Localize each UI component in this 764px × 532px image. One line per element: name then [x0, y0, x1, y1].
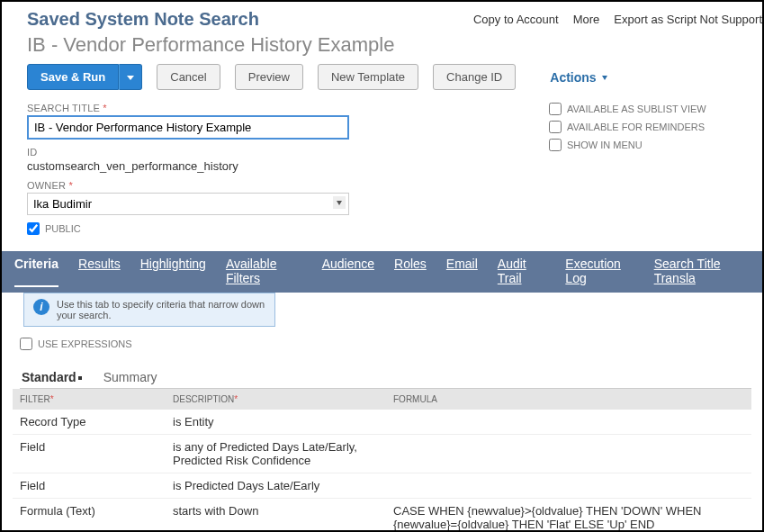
table-row[interactable]: Field is any of Predicted Days Late/Earl… — [13, 435, 751, 473]
search-title-label: SEARCH TITLE * — [27, 103, 549, 113]
page-heading: Saved System Note Search — [27, 9, 259, 30]
id-value: customsearch_ven_performance_history — [27, 159, 549, 173]
tab-criteria[interactable]: Criteria — [14, 257, 58, 287]
tab-execution-log[interactable]: Execution Log — [565, 257, 634, 287]
available-reminders-checkbox[interactable] — [549, 121, 562, 133]
info-text: Use this tab to specify criteria that na… — [57, 299, 265, 320]
show-in-menu-checkbox[interactable] — [549, 139, 562, 151]
main-tabs: Criteria Results Highlighting Available … — [2, 251, 762, 293]
caret-down-icon — [127, 76, 134, 80]
export-script-link[interactable]: Export as Script Not Support — [614, 13, 762, 26]
tab-results[interactable]: Results — [78, 257, 121, 287]
cell-description: is Entity — [166, 410, 386, 435]
table-row[interactable]: Formula (Text) starts with Down CASE WHE… — [13, 499, 751, 533]
criteria-table: FILTER* DESCRIPTION* FORMULA Record Type… — [13, 389, 751, 532]
show-in-menu-label: SHOW IN MENU — [567, 140, 643, 150]
table-row[interactable]: Record Type is Entity — [13, 410, 751, 435]
caret-down-icon — [602, 76, 607, 80]
change-id-button[interactable]: Change ID — [433, 64, 516, 90]
search-title-input[interactable] — [27, 115, 349, 140]
public-checkbox[interactable] — [27, 222, 40, 235]
cell-formula — [386, 410, 751, 435]
use-expressions-checkbox[interactable] — [20, 338, 32, 350]
header-links: Copy to Account More Export as Script No… — [473, 13, 762, 26]
cell-formula — [386, 435, 751, 473]
criteria-sub-tabs: Standard Summary — [20, 366, 751, 389]
owner-select[interactable] — [27, 193, 349, 215]
dropdown-caret-icon[interactable] — [333, 196, 346, 209]
save-and-run-menu-button[interactable] — [119, 64, 142, 90]
tab-audience[interactable]: Audience — [322, 257, 374, 287]
actions-menu-link[interactable]: Actions — [550, 70, 607, 85]
col-header-formula: FORMULA — [386, 389, 751, 410]
tab-highlighting[interactable]: Highlighting — [140, 257, 206, 287]
public-label: PUBLIC — [45, 223, 81, 234]
tab-email[interactable]: Email — [446, 257, 478, 287]
available-reminders-label: AVAILABLE FOR REMINDERS — [567, 122, 705, 132]
table-row[interactable]: Field is Predicted Days Late/Early — [13, 473, 751, 499]
cell-filter: Field — [13, 435, 166, 473]
new-template-button[interactable]: New Template — [318, 64, 418, 90]
info-banner: i Use this tab to specify criteria that … — [23, 293, 275, 327]
sub-tab-summary[interactable]: Summary — [102, 366, 159, 388]
cell-description: is Predicted Days Late/Early — [166, 473, 386, 499]
cell-description: starts with Down — [166, 499, 386, 533]
cancel-button[interactable]: Cancel — [157, 64, 220, 90]
toolbar: Save & Run Cancel Preview New Template C… — [27, 64, 762, 90]
save-and-run-button[interactable]: Save & Run — [27, 64, 119, 90]
preview-button[interactable]: Preview — [235, 64, 303, 90]
id-label: ID — [27, 147, 549, 158]
more-link[interactable]: More — [573, 13, 600, 26]
tab-search-title-translation[interactable]: Search Title Transla — [654, 257, 750, 287]
cell-formula — [386, 473, 751, 499]
owner-label: OWNER * — [27, 180, 549, 191]
col-header-filter: FILTER* — [13, 389, 166, 410]
use-expressions-label: USE EXPRESSIONS — [38, 338, 132, 349]
col-header-description: DESCRIPTION* — [166, 389, 386, 410]
tab-roles[interactable]: Roles — [394, 257, 427, 287]
page-subtitle: IB - Vendor Performance History Example — [27, 33, 762, 57]
info-icon: i — [33, 299, 49, 315]
tab-audit-trail[interactable]: Audit Trail — [498, 257, 546, 287]
cell-filter: Record Type — [13, 410, 166, 435]
available-sublist-label: AVAILABLE AS SUBLIST VIEW — [567, 104, 706, 114]
tab-available-filters[interactable]: Available Filters — [226, 257, 302, 287]
cell-description: is any of Predicted Days Late/Early, Pre… — [166, 435, 386, 473]
cell-formula: CASE WHEN {newvalue}>{oldvalue} THEN 'DO… — [386, 499, 751, 533]
available-sublist-checkbox[interactable] — [549, 103, 562, 115]
cell-filter: Field — [13, 473, 166, 499]
sub-tab-standard[interactable]: Standard — [20, 366, 84, 388]
copy-to-account-link[interactable]: Copy to Account — [473, 13, 559, 26]
cell-filter: Formula (Text) — [13, 499, 166, 533]
